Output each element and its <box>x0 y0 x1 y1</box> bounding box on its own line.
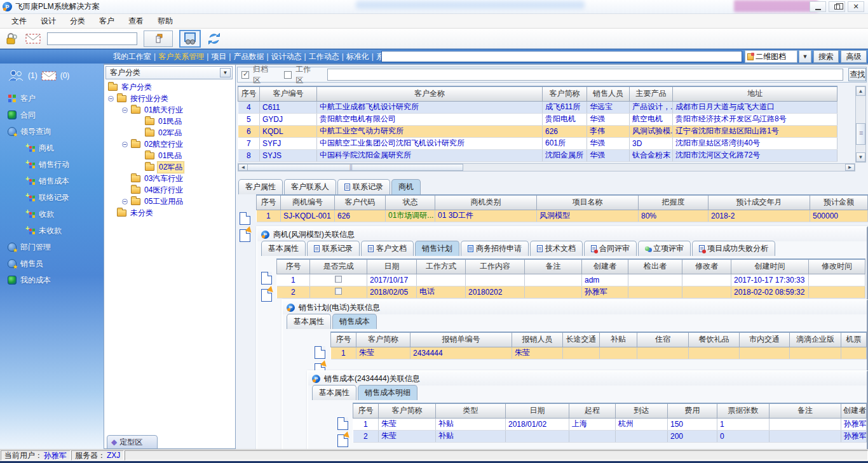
workzone-checkbox[interactable] <box>284 71 292 79</box>
sidebar-item[interactable]: 商机 <box>0 140 104 156</box>
tab[interactable]: 商机 <box>391 179 421 194</box>
menu-item[interactable]: 分类 <box>64 14 92 29</box>
column-header[interactable]: 预计成交年月 <box>709 195 810 210</box>
tab[interactable]: 销售计划 <box>415 241 459 256</box>
archive-checkbox[interactable] <box>241 71 249 79</box>
column-header[interactable]: 修改者 <box>682 259 731 274</box>
column-header[interactable]: 客户简称 <box>356 332 410 347</box>
column-header[interactable]: 客户简称 <box>379 403 436 418</box>
column-header[interactable]: 商机编号 <box>281 195 335 210</box>
column-header[interactable]: 修改时间 <box>809 259 865 274</box>
column-header[interactable]: 报销人员 <box>512 332 563 347</box>
edit-record-icon[interactable] <box>261 289 272 302</box>
lock-icon[interactable] <box>4 32 19 46</box>
tree-node[interactable]: 未分类 <box>105 207 233 218</box>
table-row[interactable]: 7SYFJ中国航空工业集团公司沈阳飞机设计研究所601所华强3D沈阳市皇姑区塔湾… <box>238 137 837 149</box>
tab[interactable]: 基本属性 <box>287 314 331 329</box>
column-header[interactable]: 类型 <box>436 403 506 418</box>
customer-hscrollbar[interactable]: ◄ ► <box>238 163 855 171</box>
tab[interactable]: 基本属性 <box>312 385 356 400</box>
tab-dingxingqu[interactable]: ◆ 定型区 <box>107 435 158 449</box>
tree-node[interactable]: 01民品 <box>105 116 233 127</box>
sidebar-item[interactable]: 部门管理 <box>0 239 104 255</box>
nav-tab[interactable]: 设计动态 <box>271 51 302 62</box>
column-header[interactable]: 客户编号 <box>260 86 317 101</box>
column-header[interactable]: 长途交通 <box>563 332 600 347</box>
column-header[interactable]: 序号 <box>238 86 260 101</box>
sidebar-item[interactable]: 客户 <box>0 90 104 107</box>
column-header[interactable]: 序号 <box>353 403 379 418</box>
scroll-down-icon[interactable]: ▼ <box>856 152 865 162</box>
search-button[interactable]: 搜索 <box>813 50 839 63</box>
column-header[interactable]: 状态 <box>386 195 435 210</box>
tree-node[interactable]: 01航天行业 <box>105 104 233 116</box>
menu-item[interactable]: 客户 <box>93 14 121 29</box>
table-row[interactable]: 4C611中航工业成都飞机设计研究所成飞611所华远宝产品设计，...成都市日月… <box>238 101 837 113</box>
menu-item[interactable]: 文件 <box>5 14 33 29</box>
sidebar-item[interactable]: 领导查询 <box>0 123 104 140</box>
refresh-icon[interactable] <box>207 32 221 46</box>
nav-tab[interactable]: 产品数据 <box>233 51 264 62</box>
nav-tab[interactable]: 标准化 <box>346 51 369 62</box>
messages-icon[interactable] <box>41 71 57 81</box>
column-header[interactable]: 日期 <box>367 259 417 274</box>
column-header[interactable]: 主要产品 <box>630 86 673 101</box>
global-search-input[interactable] <box>381 51 742 62</box>
tab[interactable]: 销售成本明细 <box>358 385 417 400</box>
tree-node[interactable]: 02军品 <box>105 127 233 138</box>
column-header[interactable]: 序号 <box>257 195 281 210</box>
column-header[interactable]: 备注 <box>770 403 841 418</box>
tree-expander-icon[interactable] <box>122 142 128 147</box>
tab[interactable]: 商务招待申请 <box>461 241 529 256</box>
column-header[interactable]: 住宿 <box>637 332 689 347</box>
online-users-icon[interactable] <box>8 70 24 81</box>
menu-item[interactable]: 帮助 <box>151 14 179 29</box>
doctype-dropdown-arrow[interactable]: ▼ <box>799 50 811 63</box>
sidebar-item[interactable]: 销售行动 <box>0 156 104 173</box>
tab[interactable]: 技术文档 <box>530 241 583 256</box>
column-header[interactable]: 市内交通 <box>740 332 790 347</box>
scroll-up-icon[interactable]: ▲ <box>856 86 865 96</box>
sidebar-item[interactable]: 收款 <box>0 206 104 222</box>
column-header[interactable]: 客户代码 <box>335 195 386 210</box>
nav-tab[interactable]: 客户关系管理 <box>158 51 204 62</box>
column-header[interactable]: 费用 <box>668 403 717 418</box>
tab[interactable]: 联系记录 <box>337 179 390 194</box>
tree-expander-icon[interactable] <box>122 107 128 113</box>
table-row[interactable]: 22018/02/05电话20180202孙雅军2018-02-02 08:59… <box>277 286 865 298</box>
column-header[interactable]: 机票 <box>841 332 867 347</box>
menu-item[interactable]: 设计 <box>34 14 62 29</box>
sidebar-item[interactable]: 销售员 <box>0 255 104 272</box>
scroll-left-icon[interactable]: ◄ <box>238 164 248 171</box>
scroll-right-icon[interactable]: ► <box>845 164 855 171</box>
table-row[interactable]: 6KQDL中航工业空气动力研究所626李伟风洞试验模...辽宁省沈阳市皇姑区阳山… <box>238 125 837 137</box>
sidebar-item[interactable]: 我的成本 <box>0 272 104 288</box>
table-row[interactable]: 8SYJS中国科学院沈阳金属研究所沈阳金属所华强钛合金粉末沈阳市沈河区文化路72… <box>238 149 837 161</box>
close-button[interactable]: ✕ <box>848 1 864 12</box>
new-record-icon[interactable] <box>240 212 250 225</box>
tree-node[interactable]: 04医疗行业 <box>105 184 233 196</box>
checkbox[interactable] <box>335 276 342 283</box>
tree-node[interactable]: 05工业用品 <box>105 196 233 207</box>
menu-item[interactable]: 查看 <box>122 14 150 29</box>
column-header[interactable]: 检出者 <box>628 259 682 274</box>
find-button[interactable]: 查找 <box>848 68 866 81</box>
column-header[interactable]: 票据张数 <box>717 403 770 418</box>
column-header[interactable]: 地址 <box>673 86 837 101</box>
tab[interactable]: 项目成功失败分析 <box>692 241 775 256</box>
column-header[interactable]: 到达 <box>616 403 668 418</box>
table-row[interactable]: 1朱莹2434444朱莹 <box>331 347 867 359</box>
column-header[interactable]: 序号 <box>331 332 356 347</box>
tab[interactable]: 客户联系人 <box>284 179 336 194</box>
chevron-down-icon[interactable]: ▼ <box>220 68 231 77</box>
column-header[interactable]: 项目名称 <box>537 195 639 210</box>
mail-icon[interactable] <box>25 33 41 44</box>
tab[interactable]: 合同评审 <box>584 241 637 256</box>
tree-node[interactable]: 客户分类 <box>105 81 233 93</box>
nav-tab[interactable]: 项目 <box>211 51 226 62</box>
find-window-button[interactable] <box>179 30 201 48</box>
new-record-icon[interactable] <box>315 346 325 359</box>
tree-node[interactable]: 03汽车行业 <box>105 173 233 184</box>
tree-expander-icon[interactable] <box>108 96 114 102</box>
column-header[interactable]: 商机类别 <box>435 195 537 210</box>
